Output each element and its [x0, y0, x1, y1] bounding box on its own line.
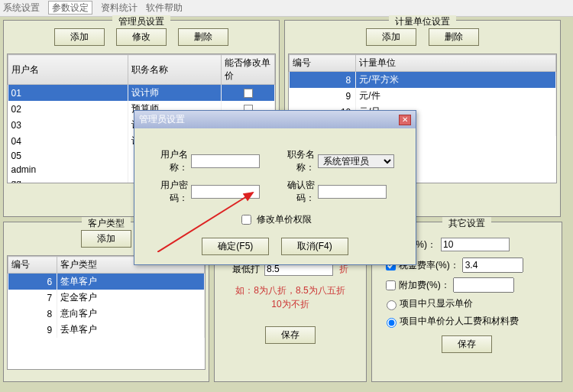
save-button[interactable]: 保存	[265, 326, 316, 344]
label-only: 项目中只显示单价	[400, 297, 473, 310]
delete-button[interactable]: 删除	[178, 28, 228, 46]
label-pwd2: 确认密码：	[272, 179, 318, 205]
label-pwd: 用户密码：	[145, 179, 191, 205]
addfee-checkbox[interactable]	[386, 280, 396, 290]
addfee-input[interactable]	[453, 277, 514, 293]
label-role: 职务名称：	[272, 148, 318, 174]
password2-input[interactable]	[318, 185, 387, 199]
table-row[interactable]: 8元/平方米	[290, 72, 556, 89]
table-row[interactable]: 01设计师	[8, 85, 275, 102]
label-perm: 修改单价权限	[257, 213, 312, 226]
add-button[interactable]: 添加	[366, 28, 416, 46]
mgrfee-input[interactable]	[441, 238, 510, 251]
col-role: 职务名称	[128, 55, 222, 85]
menu-item[interactable]: 软件帮助	[146, 2, 183, 13]
col-unit: 计量单位	[356, 55, 556, 72]
menu-bar: 系统设置 参数设定 资料统计 软件帮助	[0, 0, 573, 17]
col-no: 编号	[8, 257, 57, 274]
panel-title: 客户类型	[82, 217, 131, 230]
perm-checkbox[interactable]	[241, 215, 251, 225]
admin-dialog: 管理员设置 用户名称： 职务名称： 系统管理员 用户密码： 确认密码： 修改单价…	[134, 110, 416, 265]
table-row[interactable]: 7定金客户	[8, 290, 205, 306]
ok-button[interactable]: 确定(F5)	[202, 238, 269, 255]
label-addfee: 附加费(%)：	[399, 279, 450, 292]
label-user: 用户名称：	[145, 148, 191, 174]
cancel-button[interactable]: 取消(F4)	[281, 238, 348, 255]
table-row[interactable]: 9元/件	[290, 88, 556, 104]
col-can: 能否修改单价	[222, 55, 275, 85]
col-no: 编号	[290, 55, 356, 72]
add-button[interactable]: 添加	[54, 28, 105, 46]
cust-table[interactable]: 编号 客户类型 6签单客户 7定金客户 8意向客户 9丢单客户	[8, 256, 205, 338]
menu-item[interactable]: 资料统计	[101, 2, 138, 13]
panel-title: 其它设置	[442, 217, 491, 230]
panel-title: 管理员设置	[112, 15, 170, 28]
checkbox-icon[interactable]	[244, 89, 253, 98]
discount-hint: 如：8为八折，8.5为八五折 10为不折	[218, 283, 363, 311]
password-input[interactable]	[191, 185, 260, 199]
label-split: 项目中单价分人工费和材料费	[400, 315, 519, 328]
menu-item[interactable]: 参数设定	[48, 1, 92, 15]
table-row[interactable]: 9丢单客户	[8, 322, 205, 338]
show-split-radio[interactable]	[387, 318, 397, 328]
edit-button[interactable]: 修改	[116, 28, 167, 46]
taxfee-input[interactable]	[462, 258, 523, 273]
add-button[interactable]: 添加	[81, 230, 131, 248]
menu-item[interactable]: 系统设置	[3, 2, 40, 13]
role-select[interactable]: 系统管理员	[318, 154, 394, 168]
close-icon[interactable]	[399, 115, 411, 125]
username-input[interactable]	[191, 154, 260, 168]
save-button[interactable]: 保存	[442, 335, 492, 353]
col-user: 用户名	[8, 55, 128, 85]
delete-button[interactable]: 删除	[429, 28, 479, 46]
panel-title: 计量单位设置	[389, 15, 456, 28]
show-only-radio[interactable]	[387, 300, 397, 310]
dialog-title: 管理员设置	[139, 113, 185, 126]
table-row[interactable]: 6签单客户	[8, 274, 205, 290]
table-row[interactable]: 8意向客户	[8, 306, 205, 322]
